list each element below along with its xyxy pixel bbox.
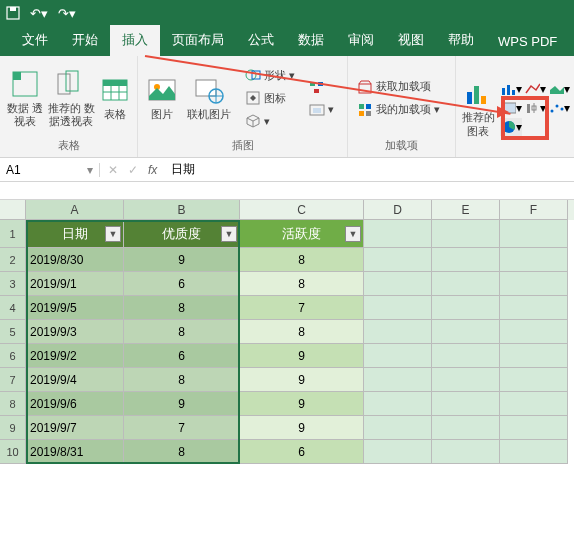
name-box[interactable]: A1▾ bbox=[0, 163, 100, 177]
cell[interactable] bbox=[432, 248, 500, 272]
tab-insert[interactable]: 插入 bbox=[110, 25, 160, 56]
cell[interactable] bbox=[364, 296, 432, 320]
cell[interactable] bbox=[500, 320, 568, 344]
recommended-pivot-button[interactable]: 推荐的 数据透视表 bbox=[47, 68, 95, 128]
tab-formulas[interactable]: 公式 bbox=[236, 25, 286, 56]
col-header-B[interactable]: B bbox=[124, 200, 240, 220]
tab-help[interactable]: 帮助 bbox=[436, 25, 486, 56]
cell[interactable] bbox=[500, 296, 568, 320]
cell[interactable] bbox=[364, 368, 432, 392]
row-header[interactable]: 1 bbox=[0, 220, 26, 248]
cell[interactable]: 8 bbox=[240, 320, 364, 344]
tab-wps[interactable]: WPS PDF bbox=[486, 28, 569, 56]
table-header-cell[interactable]: 日期▼ bbox=[26, 220, 124, 248]
cell[interactable]: 2019/9/6 bbox=[26, 392, 124, 416]
cell[interactable]: 2019/9/4 bbox=[26, 368, 124, 392]
online-picture-button[interactable]: 联机图片 bbox=[184, 74, 234, 121]
save-icon[interactable] bbox=[6, 6, 20, 20]
cell[interactable] bbox=[432, 416, 500, 440]
pivot-table-button[interactable]: 数据 透视表 bbox=[6, 68, 43, 128]
col-header-E[interactable]: E bbox=[432, 200, 500, 220]
col-header-D[interactable]: D bbox=[364, 200, 432, 220]
tab-file[interactable]: 文件 bbox=[10, 25, 60, 56]
cell[interactable] bbox=[500, 272, 568, 296]
undo-icon[interactable]: ↶▾ bbox=[30, 6, 48, 21]
cell[interactable]: 2019/9/7 bbox=[26, 416, 124, 440]
col-header-C[interactable]: C bbox=[240, 200, 364, 220]
filter-dropdown[interactable]: ▼ bbox=[105, 226, 121, 242]
row-header[interactable]: 3 bbox=[0, 272, 26, 296]
3d-models-button[interactable]: ▾ bbox=[242, 111, 298, 131]
table-header-cell[interactable]: 优质度▼ bbox=[124, 220, 240, 248]
cell[interactable] bbox=[432, 272, 500, 296]
redo-icon[interactable]: ↷▾ bbox=[58, 6, 76, 21]
select-all-corner[interactable] bbox=[0, 200, 26, 220]
cell[interactable]: 9 bbox=[240, 368, 364, 392]
screenshot-button[interactable]: ▾ bbox=[306, 100, 337, 120]
row-header[interactable]: 5 bbox=[0, 320, 26, 344]
cell[interactable] bbox=[432, 220, 500, 248]
cell[interactable] bbox=[500, 248, 568, 272]
cell[interactable] bbox=[500, 416, 568, 440]
cell[interactable] bbox=[432, 440, 500, 464]
cell[interactable]: 9 bbox=[240, 416, 364, 440]
cell[interactable] bbox=[500, 344, 568, 368]
cell[interactable]: 9 bbox=[124, 248, 240, 272]
col-header-A[interactable]: A bbox=[26, 200, 124, 220]
cell[interactable]: 8 bbox=[240, 272, 364, 296]
tab-home[interactable]: 开始 bbox=[60, 25, 110, 56]
cell[interactable]: 8 bbox=[124, 440, 240, 464]
cell[interactable] bbox=[432, 368, 500, 392]
tab-review[interactable]: 审阅 bbox=[336, 25, 386, 56]
cell[interactable]: 6 bbox=[124, 272, 240, 296]
cell[interactable] bbox=[364, 320, 432, 344]
column-chart-icon[interactable]: ▾ bbox=[500, 80, 522, 98]
scatter-chart-icon[interactable]: ▾ bbox=[548, 99, 570, 117]
cell[interactable]: 7 bbox=[124, 416, 240, 440]
cell[interactable]: 2019/8/30 bbox=[26, 248, 124, 272]
cell[interactable] bbox=[432, 296, 500, 320]
row-header[interactable]: 4 bbox=[0, 296, 26, 320]
tab-view[interactable]: 视图 bbox=[386, 25, 436, 56]
filter-dropdown[interactable]: ▼ bbox=[345, 226, 361, 242]
cell[interactable]: 2019/9/1 bbox=[26, 272, 124, 296]
cell[interactable]: 2019/9/2 bbox=[26, 344, 124, 368]
area-chart-icon[interactable]: ▾ bbox=[548, 80, 570, 98]
row-header[interactable]: 10 bbox=[0, 440, 26, 464]
cell[interactable]: 8 bbox=[124, 368, 240, 392]
cell[interactable]: 8 bbox=[124, 296, 240, 320]
formula-input[interactable]: 日期 bbox=[165, 161, 574, 178]
cell[interactable] bbox=[364, 344, 432, 368]
cell[interactable] bbox=[500, 440, 568, 464]
col-header-F[interactable]: F bbox=[500, 200, 568, 220]
row-header[interactable]: 6 bbox=[0, 344, 26, 368]
row-header[interactable]: 2 bbox=[0, 248, 26, 272]
cell[interactable] bbox=[432, 392, 500, 416]
cell[interactable] bbox=[364, 220, 432, 248]
cell[interactable] bbox=[432, 320, 500, 344]
cell[interactable] bbox=[364, 392, 432, 416]
cell[interactable]: 9 bbox=[124, 392, 240, 416]
cell[interactable]: 2019/8/31 bbox=[26, 440, 124, 464]
table-header-cell[interactable]: 活跃度▼ bbox=[240, 220, 364, 248]
row-header[interactable]: 8 bbox=[0, 392, 26, 416]
table-button[interactable]: 表格 bbox=[99, 74, 131, 121]
cell[interactable]: 6 bbox=[240, 440, 364, 464]
cell[interactable]: 8 bbox=[124, 320, 240, 344]
icons-button[interactable]: 图标 bbox=[242, 88, 298, 108]
cell[interactable]: 9 bbox=[240, 344, 364, 368]
spreadsheet-grid[interactable]: ABCDEF 1日期▼优质度▼活跃度▼22019/8/309832019/9/1… bbox=[0, 200, 574, 464]
line-chart-icon[interactable]: ▾ bbox=[524, 80, 546, 98]
row-header[interactable]: 9 bbox=[0, 416, 26, 440]
cell[interactable] bbox=[364, 440, 432, 464]
cell[interactable] bbox=[500, 368, 568, 392]
cell[interactable] bbox=[500, 220, 568, 248]
fx-icon[interactable]: fx bbox=[148, 163, 157, 177]
cell[interactable] bbox=[364, 416, 432, 440]
picture-button[interactable]: 图片 bbox=[144, 74, 180, 121]
cell[interactable] bbox=[364, 248, 432, 272]
filter-dropdown[interactable]: ▼ bbox=[221, 226, 237, 242]
cell[interactable]: 7 bbox=[240, 296, 364, 320]
cell[interactable] bbox=[364, 272, 432, 296]
get-addins-button[interactable]: 获取加载项 bbox=[354, 77, 443, 97]
